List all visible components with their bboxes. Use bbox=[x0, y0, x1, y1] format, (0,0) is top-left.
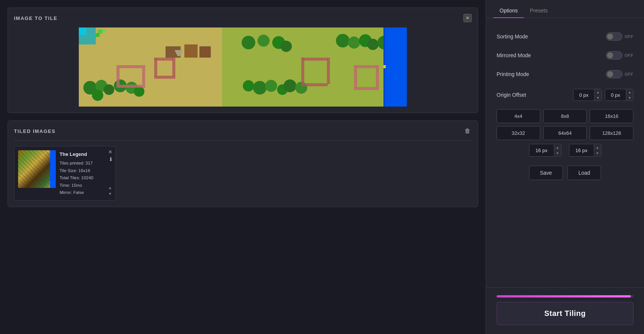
printing-mode-label: Printing Mode bbox=[497, 71, 529, 77]
mirrored-mode-label: Mirrored Mode bbox=[497, 52, 531, 58]
custom-width-input[interactable] bbox=[529, 148, 554, 153]
custom-size-row: ▲ ▼ ▲ ▼ bbox=[497, 144, 633, 157]
svg-point-45 bbox=[367, 39, 379, 50]
map-svg bbox=[14, 27, 472, 107]
svg-point-35 bbox=[284, 79, 296, 92]
load-button[interactable]: Load bbox=[567, 166, 601, 180]
tiled-arrows: ▲ ▼ bbox=[107, 185, 113, 197]
svg-point-37 bbox=[243, 80, 254, 92]
offset-x-up[interactable]: ▲ bbox=[595, 89, 601, 95]
origin-offset-row: Origin Offset ▲ ▼ ▲ ▼ bbox=[497, 84, 633, 106]
printing-toggle-label: OFF bbox=[625, 72, 634, 76]
tile-size-16x16[interactable]: 16x16 bbox=[590, 109, 633, 123]
time-info: Time: 15ms bbox=[60, 182, 112, 189]
svg-point-28 bbox=[242, 36, 255, 49]
svg-point-43 bbox=[348, 37, 360, 49]
offset-y-spin: ▲ ▼ bbox=[626, 89, 633, 101]
custom-width-down[interactable]: ▼ bbox=[554, 150, 561, 156]
mirrored-toggle-thumb bbox=[607, 52, 613, 58]
offset-y-wrap: ▲ ▼ bbox=[605, 89, 633, 101]
offset-x-wrap: ▲ ▼ bbox=[573, 89, 602, 101]
svg-rect-47 bbox=[354, 65, 357, 88]
tile-size-32x32[interactable]: 32x32 bbox=[497, 126, 540, 140]
svg-rect-51 bbox=[384, 27, 407, 107]
tiled-down-arrow[interactable]: ▼ bbox=[107, 191, 113, 197]
sorting-toggle-track bbox=[606, 32, 623, 41]
custom-height-input[interactable] bbox=[569, 148, 594, 153]
svg-rect-55 bbox=[79, 27, 86, 35]
progress-fill bbox=[497, 295, 631, 297]
mirror-info: Mirror: False bbox=[60, 189, 112, 197]
tabs-row: Options Presets bbox=[486, 0, 644, 18]
offset-inputs: ▲ ▼ ▲ ▼ bbox=[573, 89, 633, 101]
image-section-title: IMAGE TO TILE bbox=[14, 15, 57, 21]
delete-all-button[interactable]: 🗑 bbox=[463, 127, 472, 135]
svg-point-7 bbox=[92, 90, 103, 101]
svg-rect-48 bbox=[354, 65, 377, 68]
mirrored-mode-toggle[interactable]: OFF bbox=[606, 51, 634, 59]
tab-presets[interactable]: Presets bbox=[524, 4, 554, 18]
tiled-images-section: TILED IMAGES 🗑 The Legend Tiles printed:… bbox=[8, 120, 478, 207]
printing-mode-toggle[interactable]: OFF bbox=[606, 70, 634, 78]
tiled-image-card: The Legend Tiles printed: 317 Tile Size:… bbox=[14, 146, 116, 201]
svg-rect-15 bbox=[142, 65, 145, 88]
offset-x-down[interactable]: ▼ bbox=[595, 95, 601, 101]
total-tiles-info: Total Tiles: 10240 bbox=[60, 174, 112, 182]
sorting-mode-toggle[interactable]: OFF bbox=[606, 32, 634, 41]
svg-point-32 bbox=[253, 81, 267, 95]
tiled-up-arrow[interactable]: ▲ bbox=[107, 185, 113, 191]
printing-mode-row: Printing Mode OFF bbox=[497, 65, 633, 84]
tab-options[interactable]: Options bbox=[494, 4, 524, 18]
tile-size-8x8[interactable]: 8x8 bbox=[543, 109, 587, 123]
section-divider bbox=[14, 140, 472, 141]
tiled-section-title: TILED IMAGES bbox=[14, 128, 55, 134]
start-tiling-button[interactable]: Start Tiling bbox=[497, 302, 633, 325]
offset-y-down[interactable]: ▼ bbox=[626, 95, 633, 101]
svg-point-33 bbox=[265, 80, 277, 92]
tiled-thumb-blue-edge bbox=[50, 150, 56, 188]
svg-rect-39 bbox=[301, 58, 328, 61]
sorting-toggle-label: OFF bbox=[625, 34, 634, 39]
offset-x-input[interactable] bbox=[573, 92, 594, 98]
custom-height-down[interactable]: ▼ bbox=[594, 150, 601, 156]
image-section-header: IMAGE TO TILE ✕ bbox=[14, 14, 472, 22]
svg-rect-25 bbox=[176, 52, 182, 53]
svg-rect-27 bbox=[177, 55, 180, 56]
svg-rect-18 bbox=[154, 58, 173, 61]
right-panel: Options Presets Sorting Mode OFF Mirrore… bbox=[486, 0, 644, 334]
offset-x-spin: ▲ ▼ bbox=[594, 89, 601, 101]
svg-rect-14 bbox=[120, 65, 142, 68]
tile-size-128x128[interactable]: 128x128 bbox=[590, 126, 633, 140]
svg-rect-16 bbox=[120, 85, 142, 88]
tile-size-4x4[interactable]: 4x4 bbox=[497, 109, 540, 123]
mirrored-mode-row: Mirrored Mode OFF bbox=[497, 46, 633, 65]
svg-rect-58 bbox=[96, 33, 100, 37]
tiled-download-button[interactable]: ⬇ bbox=[109, 156, 113, 162]
svg-rect-38 bbox=[301, 58, 304, 84]
image-close-button[interactable]: ✕ bbox=[463, 14, 472, 22]
svg-rect-13 bbox=[117, 65, 120, 88]
image-to-tile-section: IMAGE TO TILE ✕ bbox=[8, 8, 478, 113]
tile-size-64x64[interactable]: 64x64 bbox=[543, 126, 587, 140]
printing-toggle-track bbox=[606, 70, 623, 78]
tile-size-grid: 4x4 8x8 16x16 32x32 64x64 128x128 bbox=[497, 109, 633, 140]
offset-y-up[interactable]: ▲ bbox=[626, 89, 633, 95]
tiled-card-info: The Legend Tiles printed: 317 Tile Size:… bbox=[60, 150, 112, 197]
svg-rect-26 bbox=[176, 53, 181, 55]
sorting-toggle-thumb bbox=[607, 34, 613, 40]
tiled-section-header: TILED IMAGES 🗑 bbox=[14, 127, 472, 135]
svg-rect-22 bbox=[184, 44, 198, 58]
tile-size-info: Tile Size: 16x16 bbox=[60, 167, 112, 175]
svg-rect-49 bbox=[376, 65, 379, 88]
progress-bar bbox=[497, 295, 633, 297]
svg-point-31 bbox=[281, 41, 292, 52]
svg-point-6 bbox=[104, 84, 114, 95]
custom-height-up[interactable]: ▲ bbox=[594, 145, 601, 150]
save-button[interactable]: Save bbox=[529, 166, 563, 180]
svg-rect-20 bbox=[154, 76, 175, 79]
svg-rect-19 bbox=[172, 58, 175, 76]
custom-width-up[interactable]: ▲ bbox=[554, 145, 561, 150]
svg-rect-53 bbox=[383, 65, 386, 68]
offset-y-input[interactable] bbox=[605, 92, 626, 98]
tiled-card-close-button[interactable]: ✕ bbox=[107, 149, 113, 155]
